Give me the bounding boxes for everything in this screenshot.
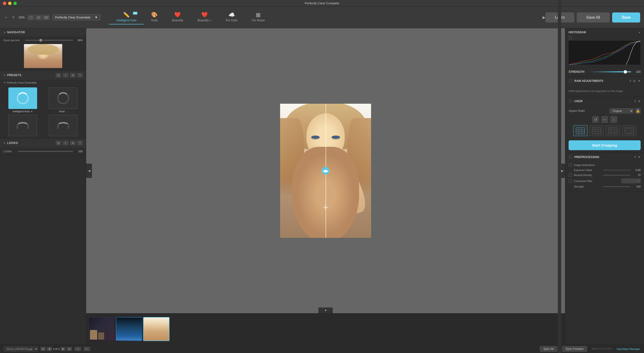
save-all-button[interactable]: Save All: [577, 12, 610, 22]
zoom-decrease-button[interactable]: −: [4, 14, 8, 21]
preset-star-vivid: ☆: [66, 110, 68, 113]
filmstrip-item-3[interactable]: [143, 317, 170, 341]
nav-back-button[interactable]: ◁: [74, 347, 81, 351]
canvas-nav-bottom[interactable]: ▼: [318, 308, 333, 313]
raw-adjustments-help-icon[interactable]: ?: [630, 79, 631, 83]
raw-adjustments-gear-icon[interactable]: ⚙: [633, 79, 636, 83]
sync-all-button[interactable]: Sync All: [540, 346, 557, 352]
zoom-slider[interactable]: [25, 40, 73, 41]
crop-grid-diagonal-button[interactable]: [590, 125, 604, 136]
preset-list-view-button[interactable]: ≡: [63, 73, 68, 77]
open-apps-manager-link[interactable]: OpenApps Manager: [617, 348, 640, 350]
status-filename: 52112_HcPJFxTG.jpg: [4, 346, 38, 351]
canvas-nav-left[interactable]: ◀: [86, 164, 92, 178]
tab-intelligent-auto[interactable]: HD ✏️ Intelligent Auto: [109, 10, 144, 24]
crop-rotate-left-button[interactable]: ↺: [592, 116, 599, 123]
looks-toolbar: ⊞ ≡ ⚙ ?: [56, 141, 82, 145]
pp-neutral-density-checkbox[interactable]: [568, 174, 572, 177]
pp-exposure-slider[interactable]: [603, 170, 630, 170]
pp-image-ambulance-row: Image Ambulance: [568, 163, 641, 167]
filmstrip-item-2[interactable]: [116, 317, 142, 341]
nav-last-button[interactable]: ⏭: [67, 347, 72, 351]
filmstrip: [86, 313, 565, 344]
crop-flip-vertical-button[interactable]: ↕: [610, 116, 617, 123]
crop-grid-thirds-button[interactable]: [573, 125, 588, 136]
crop-lock-icon[interactable]: 🔒: [635, 108, 641, 114]
tab-vivid[interactable]: 🎨 Vivid: [144, 10, 165, 24]
pp-corrective-filter-select[interactable]: [622, 179, 641, 183]
looks-settings-button[interactable]: ⚙: [70, 141, 76, 145]
pp-strength-slider[interactable]: [603, 186, 630, 187]
preprocessing-help-icon[interactable]: ?: [634, 156, 636, 159]
crop-toggle[interactable]: [568, 100, 572, 103]
looks-list-view-button[interactable]: ≡: [63, 141, 68, 145]
looks-collapse-icon[interactable]: ▼: [3, 142, 6, 144]
preprocessing-toggle[interactable]: [568, 155, 572, 159]
tab-vivid-label: Vivid: [151, 18, 158, 22]
maximize-button[interactable]: [14, 2, 17, 5]
crop-grid-spiral-button[interactable]: [622, 125, 636, 136]
close-button[interactable]: [3, 2, 6, 5]
presets-header: ▼ PRESETS ⊞ ≡ ⚙ ?: [0, 71, 86, 80]
histogram-checkbox[interactable]: [568, 36, 572, 39]
nav-count: 3 of 3: [53, 348, 60, 350]
tab-fix-noise[interactable]: ▦ Fix Noise: [245, 10, 272, 24]
filename-select[interactable]: 52112_HcPJFxTG.jpg: [4, 346, 38, 351]
pp-neutral-density-row: Neutral Density 70: [568, 174, 641, 177]
crop-flip-horizontal-button[interactable]: ↔: [602, 116, 608, 123]
grid-diagonal-icon: [592, 127, 602, 134]
photo-container: ◀▶ ✛: [280, 104, 371, 238]
zoom-percent: 18%: [18, 16, 25, 19]
preprocessing-header[interactable]: PREPROCESSING ? ▼: [565, 153, 644, 162]
aspect-ratio-select[interactable]: Original 1:1 4:3 16:9 3:2 Custom: [610, 108, 634, 114]
nav-forward-button[interactable]: ▷: [84, 347, 90, 351]
presets-title: PRESETS: [7, 74, 22, 77]
histogram-chevron-down-icon[interactable]: ▼: [638, 31, 641, 34]
tab-fix-dark[interactable]: ☁️ Fix Dark: [218, 10, 244, 24]
looks-slider[interactable]: [18, 151, 73, 152]
save-button[interactable]: Save: [612, 12, 640, 22]
preset-selector[interactable]: Perfectly Clear Essentials ▼: [52, 14, 100, 20]
layout-triple-button[interactable]: [43, 15, 50, 20]
preset-settings-button[interactable]: ⚙: [70, 73, 76, 77]
looks-grid-view-button[interactable]: ⊞: [56, 141, 61, 145]
tab-beautify-plus[interactable]: ❤️ Beautify +: [190, 10, 218, 24]
pp-neutral-density-slider[interactable]: [603, 175, 630, 176]
looks-help-button[interactable]: ?: [77, 141, 82, 145]
crop-header[interactable]: CROP ? ▼: [565, 97, 644, 106]
pp-image-ambulance-checkbox[interactable]: [568, 163, 572, 167]
preset-item-4[interactable]: [44, 115, 83, 136]
preset-help-button[interactable]: ?: [77, 73, 82, 77]
divider-handle[interactable]: ◀▶: [322, 167, 330, 174]
crop-grid-phi-button[interactable]: [606, 125, 620, 136]
layout-split-button[interactable]: [35, 15, 42, 20]
tab-expand-button[interactable]: ▶: [542, 15, 545, 20]
navigator-header[interactable]: ▼ NAVIGATOR: [0, 28, 86, 36]
minimize-button[interactable]: [8, 2, 12, 5]
sync-forward-button[interactable]: Sync Forward: [562, 346, 587, 352]
raw-adjustments-toggle[interactable]: [568, 79, 572, 83]
preset-item-intelligent-auto[interactable]: Intelligent Auto ★: [3, 88, 42, 113]
looks-slider-value: 100: [76, 150, 82, 153]
preset-grid-view-button[interactable]: ⊞: [56, 73, 61, 77]
layout-split-icon: [37, 16, 40, 19]
beautify-icon: ❤️: [174, 12, 181, 18]
preset-category[interactable]: ▼ Perfectly Clear Essentials: [0, 80, 86, 86]
presets-collapse-icon[interactable]: ▼: [3, 74, 6, 77]
pp-corrective-filter-checkbox[interactable]: [568, 179, 572, 183]
raw-adjustments-header[interactable]: RAW ADJUSTMENTS ? ⚙ ▼: [565, 77, 644, 85]
preset-item-3[interactable]: [3, 115, 42, 136]
pp-corrective-filter-row: Corrective Filter: [568, 179, 641, 183]
preset-item-vivid[interactable]: Vivid ☆: [44, 88, 83, 113]
histogram-title: HISTOGRAM: [568, 31, 586, 34]
strength-slider[interactable]: [590, 71, 631, 72]
filmstrip-item-1[interactable]: [88, 317, 115, 341]
nav-next-button[interactable]: ▶: [60, 347, 66, 351]
layout-single-button[interactable]: [28, 15, 34, 20]
nav-prev-button[interactable]: ◀: [47, 347, 52, 351]
crop-help-icon[interactable]: ?: [634, 100, 636, 103]
zoom-increase-button[interactable]: +: [11, 14, 16, 21]
nav-first-button[interactable]: ⏮: [40, 347, 46, 351]
tab-beautify[interactable]: ❤️ Beautify: [165, 10, 190, 24]
start-cropping-button[interactable]: Start Cropping: [568, 140, 641, 150]
